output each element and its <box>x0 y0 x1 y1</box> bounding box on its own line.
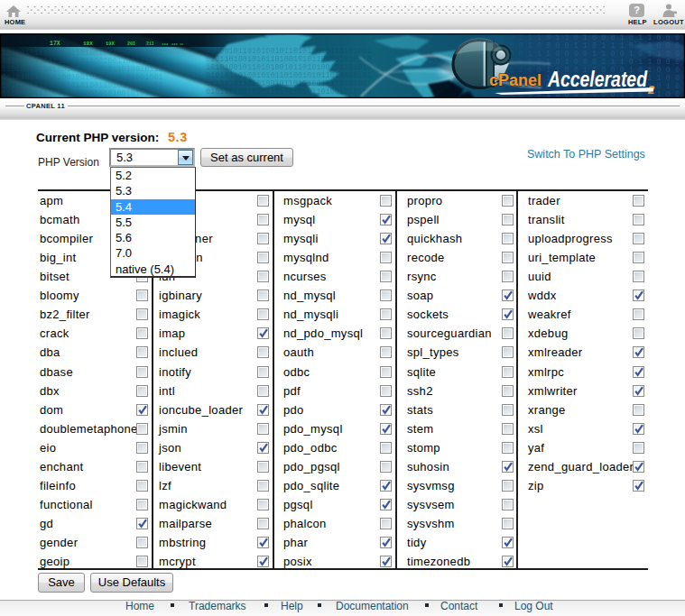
svg-text:18X: 18X <box>83 41 93 47</box>
svg-text:20I: 20I <box>127 41 135 47</box>
svg-text:cPanel: cPanel <box>489 71 542 89</box>
svg-text:III: III <box>171 42 178 46</box>
svg-text:19X: 19X <box>106 41 116 47</box>
svg-text:Accelerated: Accelerated <box>547 68 648 91</box>
svg-text:3II: 3II <box>162 42 169 46</box>
svg-text:I0: I0 <box>180 42 183 46</box>
svg-text:010110100101011010010101101001: 010110100101011010010101101001010110 <box>206 87 372 97</box>
svg-text:17X: 17X <box>50 41 60 47</box>
svg-text:010100101010010101001010100101: 01010010101001010100101010010101001 <box>2 89 163 98</box>
svg-text:21I: 21I <box>146 41 154 46</box>
